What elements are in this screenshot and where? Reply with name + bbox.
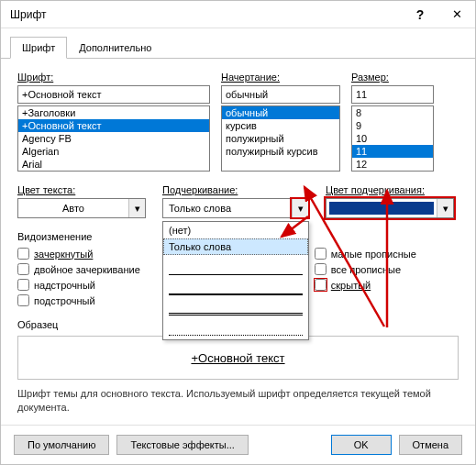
font-dialog: Шрифт ? ✕ Шрифт Дополнительно Шрифт: +За… [0, 0, 476, 465]
dialog-body: Шрифт: +Заголовки +Основной текст Agency… [1, 59, 475, 425]
check-double-strike[interactable]: двойное зачеркивание [17, 263, 140, 275]
font-input[interactable] [17, 85, 210, 104]
tab-font[interactable]: Шрифт [10, 37, 67, 59]
style-listbox[interactable]: обычный курсив полужирный полужирный кур… [221, 105, 340, 172]
underline-color-combo[interactable]: ▾ [326, 198, 454, 218]
chevron-down-icon[interactable]: ▾ [437, 199, 453, 217]
help-icon: ? [416, 7, 425, 22]
list-item[interactable]: 11 [352, 145, 433, 158]
defaults-button[interactable]: По умолчанию [14, 435, 109, 455]
underline-color-label: Цвет подчеркивания: [326, 184, 454, 195]
checkbox[interactable] [315, 279, 327, 291]
list-item[interactable]: 12 [352, 158, 433, 171]
list-item[interactable]: курсив [222, 119, 339, 132]
close-button[interactable]: ✕ [438, 1, 475, 28]
check-superscript[interactable]: надстрочный [17, 279, 140, 291]
titlebar: Шрифт ? ✕ [1, 1, 475, 28]
list-item[interactable]: 10 [352, 132, 433, 145]
check-smallcaps[interactable]: малые прописные [315, 248, 416, 260]
underline-dropdown[interactable]: (нет) Только слова [162, 221, 309, 340]
style-input[interactable] [221, 85, 340, 104]
description-text: Шрифт темы для основного текста. Использ… [17, 387, 459, 415]
checkbox[interactable] [315, 263, 327, 275]
color-row: Цвет текста: Авто ▾ Подчеркивание: Тольк… [17, 184, 459, 218]
check-subscript[interactable]: подстрочный [17, 294, 140, 306]
list-item[interactable]: Algerian [18, 145, 209, 158]
checkbox[interactable] [17, 279, 29, 291]
text-color-combo[interactable]: Авто ▾ [17, 198, 146, 218]
font-listbox[interactable]: +Заголовки +Основной текст Agency FB Alg… [17, 105, 210, 172]
list-item[interactable]: +Основной текст [18, 119, 209, 132]
checkbox[interactable] [17, 263, 29, 275]
list-item[interactable]: 8 [352, 106, 433, 119]
list-item[interactable]: обычный [222, 106, 339, 119]
underline-sample-thick[interactable] [169, 281, 303, 295]
underline-label: Подчеркивание: [162, 184, 309, 195]
color-swatch [329, 202, 434, 215]
list-item[interactable]: полужирный [222, 132, 339, 145]
underline-value: Только слова [163, 199, 292, 217]
underline-combo[interactable]: Только слова ▾ [162, 198, 309, 218]
checkbox[interactable] [17, 248, 29, 260]
font-row: Шрифт: +Заголовки +Основной текст Agency… [17, 72, 459, 172]
underline-sample-single[interactable] [169, 260, 303, 275]
chevron-down-icon[interactable]: ▾ [128, 199, 145, 217]
list-item[interactable]: Agency FB [18, 132, 209, 145]
checkbox[interactable] [17, 294, 29, 306]
text-color-value: Авто [18, 199, 128, 217]
preview-box: +Основной текст [17, 336, 459, 380]
check-allcaps[interactable]: все прописные [315, 263, 416, 275]
ok-button[interactable]: OK [331, 435, 392, 455]
help-button[interactable]: ? [402, 1, 438, 28]
size-label: Размер: [351, 72, 434, 83]
underline-sample-dotted[interactable] [169, 321, 303, 336]
dropdown-item-none[interactable]: (нет) [163, 222, 308, 238]
list-item[interactable]: полужирный курсив [222, 145, 339, 158]
tab-advanced[interactable]: Дополнительно [67, 37, 163, 59]
dropdown-item-words-only[interactable]: Только слова [163, 238, 308, 255]
font-label: Шрифт: [17, 72, 210, 83]
close-icon: ✕ [452, 7, 462, 21]
text-effects-button[interactable]: Текстовые эффекты... [116, 435, 249, 455]
dialog-title: Шрифт [10, 8, 402, 21]
list-item[interactable]: Arial [18, 158, 209, 171]
text-color-label: Цвет текста: [17, 184, 146, 195]
list-item[interactable]: +Заголовки [18, 106, 209, 119]
dialog-footer: По умолчанию Текстовые эффекты... OK Отм… [1, 425, 475, 464]
tab-strip: Шрифт Дополнительно [1, 28, 475, 59]
check-strikethrough[interactable]: зачеркнутый [17, 248, 140, 260]
checkbox[interactable] [315, 248, 327, 260]
chevron-down-icon[interactable]: ▾ [292, 199, 308, 217]
style-label: Начертание: [221, 72, 340, 83]
preview-text: +Основной текст [191, 351, 284, 365]
size-listbox[interactable]: 8 9 10 11 12 [351, 105, 434, 172]
size-input[interactable] [351, 85, 434, 104]
cancel-button[interactable]: Отмена [399, 435, 462, 455]
check-hidden[interactable]: скрытый [315, 279, 416, 291]
list-item[interactable]: 9 [352, 119, 433, 132]
underline-sample-double[interactable] [169, 301, 303, 316]
